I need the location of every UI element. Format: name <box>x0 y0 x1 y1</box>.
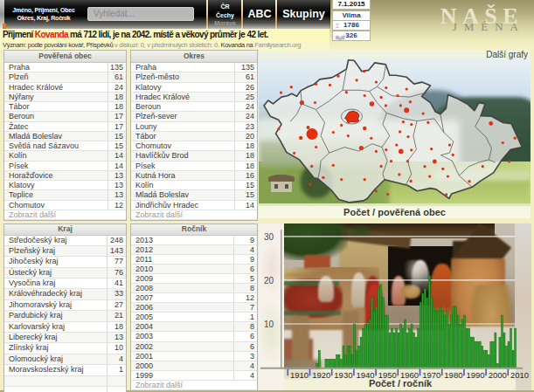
svg-text:1910: 1910 <box>290 370 309 380</box>
svg-text:1970: 1970 <box>422 370 440 380</box>
svg-text:2010: 2010 <box>510 370 529 380</box>
svg-text:1990: 1990 <box>467 370 485 380</box>
svg-text:30: 30 <box>264 232 274 242</box>
svg-text:10: 10 <box>264 320 274 329</box>
svg-text:20: 20 <box>264 276 274 285</box>
svg-text:1980: 1980 <box>444 370 462 380</box>
svg-text:1940: 1940 <box>357 370 375 380</box>
svg-text:1930: 1930 <box>334 370 352 380</box>
svg-text:1960: 1960 <box>400 370 419 380</box>
svg-text:1950: 1950 <box>378 370 397 380</box>
svg-text:2000: 2000 <box>489 370 507 380</box>
svg-text:1920: 1920 <box>312 370 330 380</box>
